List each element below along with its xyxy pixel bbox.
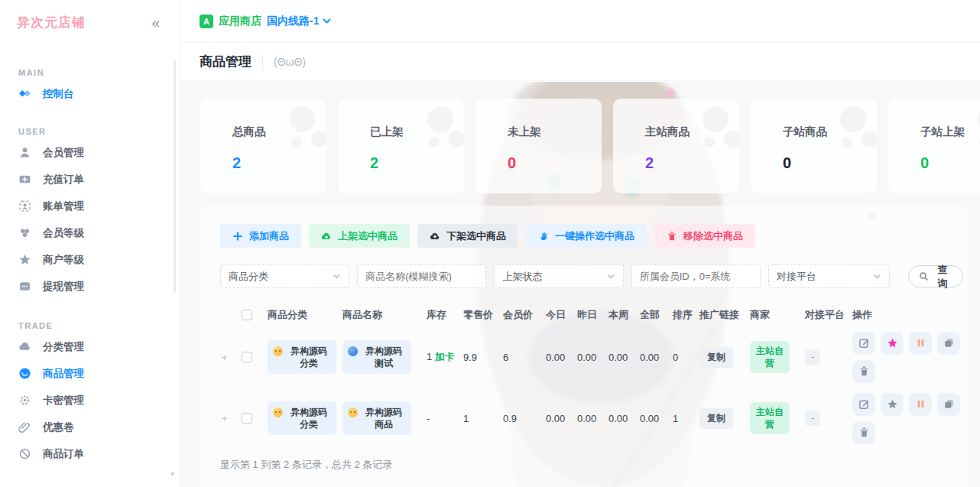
edit-button[interactable] — [852, 393, 875, 416]
category-badge[interactable]: 异构源码分类 — [268, 401, 336, 435]
scroll-down-indicator: ▾ — [170, 469, 174, 478]
product-name-badge[interactable]: 异构源码商品 — [342, 401, 411, 435]
table-header-row: 商品分类 商品名称 库存 零售价 会员价 今日 昨日 本周 全部 排序 推广链接… — [220, 304, 965, 326]
product-name-badge[interactable]: 异构源码测试 — [342, 340, 411, 374]
category-badge[interactable]: 异构源码分类 — [268, 340, 336, 374]
col-stock: 库存 — [425, 304, 462, 326]
channel-selector[interactable]: 国内线路-1 — [267, 15, 319, 28]
sidebar-scrollbar[interactable] — [174, 60, 176, 293]
row-actions — [852, 393, 961, 444]
select-all-checkbox[interactable] — [242, 310, 252, 320]
remove-selected-button[interactable]: 移除选中商品 — [654, 224, 755, 248]
search-icon — [919, 271, 929, 281]
delete-button[interactable] — [852, 360, 875, 383]
edit-icon — [858, 398, 870, 410]
sidebar-item-card-keys[interactable]: 卡密管理 — [0, 387, 180, 414]
chevron-down-icon — [333, 272, 341, 281]
sidebar-item-label: 优惠卷 — [43, 420, 74, 434]
cloud-icon — [18, 340, 31, 353]
member-price: 6 — [501, 326, 544, 388]
unshelf-selected-button[interactable]: 下架选中商品 — [417, 224, 518, 248]
sidebar-item-label: 商品管理 — [43, 367, 84, 381]
filter-row: 商品分类 上架状态 对接平台 — [220, 265, 963, 288]
row-expander[interactable]: + — [222, 352, 227, 363]
search-button[interactable]: 查询 — [908, 265, 963, 287]
member-id-input[interactable] — [640, 271, 752, 282]
copy-button[interactable] — [937, 332, 960, 355]
edit-button[interactable] — [852, 332, 875, 355]
stat-value: 2 — [645, 154, 739, 172]
platform-value: - — [805, 411, 820, 426]
app-store-label: 应用商店 — [219, 15, 261, 28]
copy-link-button[interactable]: 复制 — [699, 408, 733, 429]
app-store-icon: A — [200, 15, 213, 28]
stat-value: 0 — [920, 154, 980, 172]
sidebar-item-label: 控制台 — [43, 87, 74, 101]
page-title: 商品管理 — [200, 53, 251, 70]
sidebar: 异次元店铺 « MAIN 控制台 USER 会员管理 充值订单 账单管理 会员等… — [0, 0, 180, 487]
sidebar-collapse-icon[interactable]: « — [151, 15, 160, 30]
row-checkbox[interactable] — [242, 352, 252, 362]
sidebar-item-members[interactable]: 会员管理 — [0, 139, 180, 166]
status-select[interactable]: 上架状态 — [494, 265, 623, 288]
product-name-input[interactable] — [365, 271, 478, 282]
sidebar-item-label: 卡密管理 — [43, 394, 84, 407]
pause-button[interactable] — [909, 332, 932, 355]
add-product-button[interactable]: 添加商品 — [220, 224, 301, 248]
sidebar-item-withdrawals[interactable]: 提现管理 — [0, 273, 180, 300]
sidebar-item-products[interactable]: 商品管理 — [0, 360, 180, 387]
chevron-down-icon[interactable] — [322, 16, 332, 26]
sidebar-item-product-orders[interactable]: 商品订单 — [0, 440, 180, 467]
copy-button[interactable] — [937, 393, 960, 416]
shelf-selected-button[interactable]: 上架选中商品 — [309, 224, 410, 248]
row-expander[interactable]: + — [222, 414, 227, 424]
slashed-circle-icon — [18, 447, 31, 460]
content-area: 总商品 2 已上架 2 未上架 0 主站商品 2 子站商品 0 子站上架 0 — [180, 82, 980, 487]
sidebar-item-console[interactable]: 控制台 — [0, 80, 180, 107]
row-checkbox[interactable] — [242, 413, 252, 424]
member-price: 0.9 — [501, 388, 544, 449]
stat-card-sub-site: 子站商品 0 — [751, 99, 877, 193]
sidebar-item-label: 分类管理 — [43, 340, 84, 354]
products-table: 商品分类 商品名称 库存 零售价 会员价 今日 昨日 本周 全部 排序 推广链接… — [220, 304, 965, 449]
col-week: 本周 — [607, 304, 638, 326]
copy-link-button[interactable]: 复制 — [699, 347, 733, 368]
section-label-user: USER — [0, 127, 180, 139]
pause-button[interactable] — [909, 393, 932, 416]
category-select[interactable]: 商品分类 — [220, 265, 349, 288]
sidebar-item-categories[interactable]: 分类管理 — [0, 333, 180, 360]
star-button[interactable] — [881, 393, 904, 416]
sidebar-item-coupons[interactable]: 优惠卷 — [0, 414, 180, 440]
stat-value: 0 — [508, 154, 602, 172]
trash-icon — [858, 427, 870, 438]
button-label: 查询 — [933, 263, 952, 291]
stats-row: 总商品 2 已上架 2 未上架 0 主站商品 2 子站商品 0 子站上架 0 — [180, 82, 980, 193]
sidebar-item-merchant-levels[interactable]: 商户等级 — [0, 246, 180, 273]
toolbar: 添加商品 上架选中商品 下架选中商品 一键操作选中商品 移除选中商品 — [220, 224, 963, 248]
retail-price: 1 — [462, 388, 501, 449]
sidebar-item-recharge-orders[interactable]: 充值订单 — [0, 166, 180, 193]
star-button[interactable] — [881, 332, 904, 355]
platform-select[interactable]: 对接平台 — [768, 265, 890, 288]
product-logo-icon — [348, 346, 358, 356]
delete-button[interactable] — [852, 421, 875, 444]
product-name-text: 异构源码测试 — [362, 345, 406, 369]
stat-label: 子站上架 — [920, 125, 980, 139]
col-name: 商品名称 — [341, 304, 425, 326]
stock-value: - — [427, 413, 430, 424]
add-cards-link[interactable]: 加卡 — [435, 351, 455, 362]
sidebar-item-label: 会员管理 — [43, 146, 84, 160]
page-subtitle: (ΘωΘ) — [274, 56, 306, 68]
sidebar-item-label: 商品订单 — [43, 447, 84, 461]
face-emoji-icon — [348, 407, 358, 417]
batch-operate-button[interactable]: 一键操作选中商品 — [526, 224, 647, 248]
stat-card-sub-site-on: 子站上架 0 — [888, 99, 980, 193]
records-summary: 显示第 1 到第 2 条记录，总共 2 条记录 — [220, 458, 963, 472]
sidebar-item-bills[interactable]: 账单管理 — [0, 193, 180, 219]
stat-card-total: 总商品 2 — [200, 99, 326, 193]
stat-card-off-shelf: 未上架 0 — [475, 99, 602, 193]
col-member-price: 会员价 — [501, 304, 544, 326]
sidebar-item-label: 会员等级 — [43, 226, 84, 240]
table-row: + 异构源码分类 异构源码测试 1 加卡 9.9 6 0.00 0.00 0.0… — [220, 326, 965, 388]
sidebar-item-member-levels[interactable]: 会员等级 — [0, 219, 180, 246]
